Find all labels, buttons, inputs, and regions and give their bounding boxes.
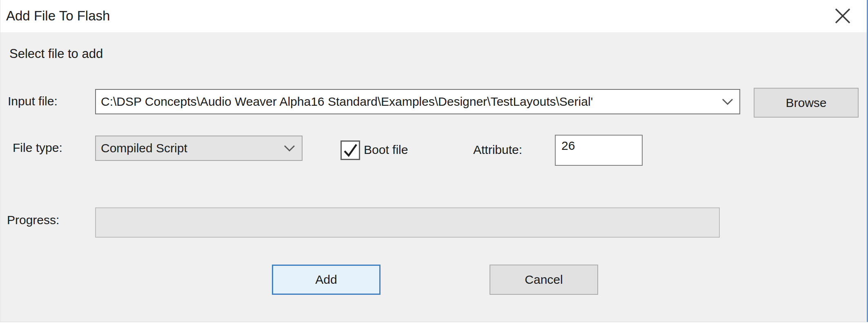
attribute-label: Attribute: <box>473 143 522 157</box>
progress-label: Progress: <box>7 213 59 227</box>
titlebar: Add File To Flash <box>0 0 867 32</box>
chevron-down-icon[interactable] <box>716 90 739 114</box>
file-type-dropdown[interactable]: Compiled Script <box>95 136 303 161</box>
boot-file-label: Boot file <box>364 143 408 157</box>
add-button[interactable]: Add <box>272 265 381 295</box>
boot-file-checkbox[interactable] <box>341 140 360 160</box>
close-button[interactable] <box>830 3 855 29</box>
progress-bar <box>95 207 720 238</box>
close-icon <box>834 7 851 24</box>
check-icon <box>341 141 359 159</box>
dialog-title: Add File To Flash <box>6 8 110 24</box>
input-file-value: C:\DSP Concepts\Audio Weaver Alpha16 Sta… <box>96 95 716 109</box>
input-file-combobox[interactable]: C:\DSP Concepts\Audio Weaver Alpha16 Sta… <box>95 89 740 114</box>
file-type-label: File type: <box>13 141 62 155</box>
add-file-to-flash-dialog: Add File To Flash Select file to add Inp… <box>0 0 868 322</box>
chevron-down-icon <box>277 145 302 152</box>
attribute-input[interactable] <box>555 135 643 166</box>
file-type-value: Compiled Script <box>96 141 277 155</box>
input-file-label: Input file: <box>8 94 58 108</box>
select-file-heading: Select file to add <box>9 47 103 61</box>
browse-button[interactable]: Browse <box>754 88 859 118</box>
cancel-button[interactable]: Cancel <box>490 265 598 295</box>
